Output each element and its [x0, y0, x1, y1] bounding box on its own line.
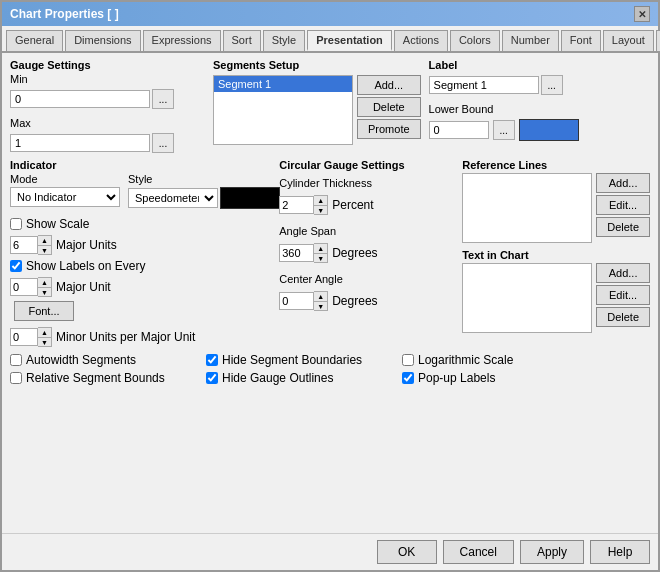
scale-checkboxes: Show Scale ▲ ▼ Major Units	[10, 217, 271, 347]
major-units-label: Major Units	[56, 238, 117, 252]
text-chart-delete-button[interactable]: Delete	[596, 307, 650, 327]
max-row: ...	[10, 133, 205, 153]
angle-span-down[interactable]: ▼	[314, 253, 328, 263]
lower-bound-input[interactable]	[429, 121, 489, 139]
tab-colors[interactable]: Colors	[450, 30, 500, 51]
major-units-up[interactable]: ▲	[38, 235, 52, 245]
style-group: Style Speedometer	[128, 173, 280, 209]
center-angle-row: ▲ ▼ Degrees	[279, 291, 454, 311]
show-scale-row: Show Scale	[10, 217, 271, 231]
show-scale-checkbox[interactable]	[10, 218, 22, 230]
relative-segment-checkbox[interactable]	[10, 372, 22, 384]
logarithmic-row: Logarithmic Scale	[402, 353, 513, 367]
segments-promote-button[interactable]: Promote	[357, 119, 421, 139]
major-units-down[interactable]: ▼	[38, 245, 52, 255]
segments-add-button[interactable]: Add...	[357, 75, 421, 95]
segment-item-0[interactable]: Segment 1	[214, 76, 352, 92]
segments-setup-title: Segments Setup	[213, 59, 421, 71]
circular-inputs: Cylinder Thickness ▲ ▼ Percent Angle Spa…	[279, 177, 454, 311]
logarithmic-checkbox[interactable]	[402, 354, 414, 366]
min-input[interactable]	[10, 90, 150, 108]
show-labels-checkbox[interactable]	[10, 260, 22, 272]
major-unit-input[interactable]	[10, 278, 38, 296]
minor-units-down[interactable]: ▼	[38, 337, 52, 347]
label-input[interactable]	[429, 76, 539, 94]
major-unit-up[interactable]: ▲	[38, 277, 52, 287]
hide-segment-checkbox[interactable]	[206, 354, 218, 366]
ok-button[interactable]: OK	[377, 540, 437, 564]
mode-select[interactable]: No Indicator	[10, 187, 120, 207]
tab-general[interactable]: General	[6, 30, 63, 51]
minor-units-up[interactable]: ▲	[38, 327, 52, 337]
hide-segment-label: Hide Segment Boundaries	[222, 353, 362, 367]
tab-actions[interactable]: Actions	[394, 30, 448, 51]
popup-labels-checkbox[interactable]	[402, 372, 414, 384]
mode-group: Mode No Indicator	[10, 173, 120, 209]
show-labels-label: Show Labels on Every	[26, 259, 145, 273]
reference-lines-panel: Reference Lines Add... Edit... Delete	[462, 159, 650, 243]
cylinder-thickness-input[interactable]	[279, 196, 314, 214]
apply-button[interactable]: Apply	[520, 540, 584, 564]
hide-gauge-checkbox[interactable]	[206, 372, 218, 384]
gauge-settings-title: Gauge Settings	[10, 59, 205, 71]
center-angle-down[interactable]: ▼	[314, 301, 328, 311]
text-chart-add-button[interactable]: Add...	[596, 263, 650, 283]
hide-gauge-row: Hide Gauge Outlines	[206, 371, 386, 385]
tab-layout[interactable]: Layout	[603, 30, 654, 51]
bottom-checkboxes: Autowidth Segments Relative Segment Boun…	[10, 353, 650, 385]
cylinder-thickness-up[interactable]: ▲	[314, 195, 328, 205]
bottom-buttons-bar: OK Cancel Apply Help	[2, 533, 658, 570]
lower-bound-browse-button[interactable]: ...	[493, 120, 515, 140]
cancel-button[interactable]: Cancel	[443, 540, 514, 564]
style-select[interactable]: Speedometer	[128, 188, 218, 208]
style-label: Style	[128, 173, 280, 185]
tab-expressions[interactable]: Expressions	[143, 30, 221, 51]
max-input[interactable]	[10, 134, 150, 152]
angle-span-unit: Degrees	[332, 246, 377, 260]
tab-sort[interactable]: Sort	[223, 30, 261, 51]
tab-number[interactable]: Number	[502, 30, 559, 51]
major-units-input[interactable]	[10, 236, 38, 254]
label-browse-button[interactable]: ...	[541, 75, 563, 95]
angle-span-label: Angle Span	[279, 225, 454, 237]
middle-checkboxes: Hide Segment Boundaries Hide Gauge Outli…	[206, 353, 386, 385]
angle-span-up[interactable]: ▲	[314, 243, 328, 253]
cylinder-thickness-down[interactable]: ▼	[314, 205, 328, 215]
segments-delete-button[interactable]: Delete	[357, 97, 421, 117]
max-browse-button[interactable]: ...	[152, 133, 174, 153]
tab-style[interactable]: Style	[263, 30, 305, 51]
font-button[interactable]: Font...	[14, 301, 74, 321]
middle-section: Indicator Mode No Indicator Style Speedo…	[10, 159, 650, 347]
ref-lines-buttons: Add... Edit... Delete	[596, 173, 650, 243]
label-input-row: ...	[429, 75, 650, 95]
text-in-chart-panel: Text in Chart Add... Edit... Delete	[462, 249, 650, 333]
tab-font[interactable]: Font	[561, 30, 601, 51]
lower-bound-title: Lower Bound	[429, 103, 650, 115]
ref-lines-delete-button[interactable]: Delete	[596, 217, 650, 237]
major-unit-down[interactable]: ▼	[38, 287, 52, 297]
tab-caption[interactable]: Caption	[656, 30, 660, 51]
segments-listbox[interactable]: Segment 1	[213, 75, 353, 145]
min-browse-button[interactable]: ...	[152, 89, 174, 109]
angle-span-input[interactable]	[279, 244, 314, 262]
help-button[interactable]: Help	[590, 540, 650, 564]
center-angle-unit: Degrees	[332, 294, 377, 308]
lower-bound-color-box[interactable]	[519, 119, 579, 141]
major-unit-label: Major Unit	[56, 280, 111, 294]
minor-units-input[interactable]	[10, 328, 38, 346]
ref-lines-edit-button[interactable]: Edit...	[596, 195, 650, 215]
cylinder-thickness-unit: Percent	[332, 198, 373, 212]
text-chart-edit-button[interactable]: Edit...	[596, 285, 650, 305]
close-button[interactable]: ✕	[634, 6, 650, 22]
label-title: Label	[429, 59, 650, 71]
autowidth-segments-checkbox[interactable]	[10, 354, 22, 366]
major-unit-spin: ▲ ▼	[10, 277, 52, 297]
relative-segment-label: Relative Segment Bounds	[26, 371, 165, 385]
center-angle-up[interactable]: ▲	[314, 291, 328, 301]
ref-lines-add-button[interactable]: Add...	[596, 173, 650, 193]
tab-presentation[interactable]: Presentation	[307, 30, 392, 51]
center-angle-input[interactable]	[279, 292, 314, 310]
tab-dimensions[interactable]: Dimensions	[65, 30, 140, 51]
label-section: Label ... Lower Bound ...	[429, 59, 650, 153]
style-color-box[interactable]	[220, 187, 280, 209]
